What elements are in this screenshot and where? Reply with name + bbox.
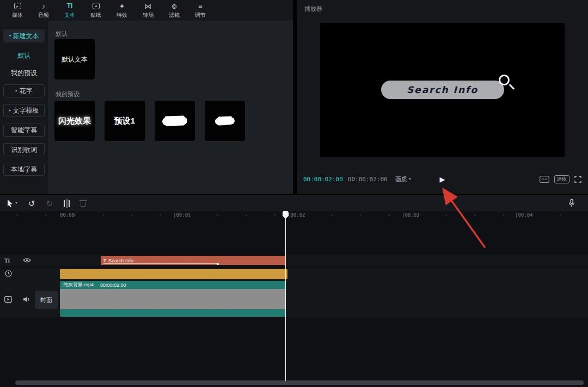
ruler-label: |00:01 [173, 212, 191, 218]
tab-adjust[interactable]: ≡ 调节 [187, 2, 213, 19]
eye-icon[interactable] [23, 257, 31, 263]
sticker-icon [93, 2, 100, 10]
sidebar-item-label: 我的预设 [11, 69, 37, 78]
clock-icon[interactable] [5, 270, 12, 277]
tile-label: 预设1 [114, 116, 135, 126]
text-animation-range [103, 263, 218, 264]
filter-icon: ⊚ [171, 2, 177, 10]
cover-button-label: 封面 [40, 296, 52, 304]
scopes-icon[interactable] [540, 176, 549, 183]
video-clip-header: 纯灰背景.mp4 00:00:02:00 [60, 281, 286, 289]
preset-tile-4[interactable] [205, 101, 245, 141]
magnifier-icon [499, 75, 512, 88]
fit-button[interactable]: 适应 [554, 175, 569, 183]
text-icon: TI [67, 2, 73, 10]
preset-tile-2[interactable]: 预设1 [105, 101, 145, 141]
tab-filter[interactable]: ⊚ 滤镜 [161, 2, 187, 19]
text-track-icon: TI [4, 256, 10, 265]
video-clip-duration: 00:00:02:00 [100, 282, 126, 288]
playhead-line[interactable] [285, 211, 286, 381]
sidebar-item-smart-captions[interactable]: 智能字幕 [3, 124, 45, 137]
text-library-panel: 默认 默认文本 我的预设 闪光效果 预设1 [48, 21, 293, 194]
split-icon[interactable] [64, 200, 70, 207]
tile-label: 默认文本 [62, 55, 88, 64]
sidebar-item-text-template[interactable]: ▸ 文字模板 [3, 104, 45, 117]
chevron-right-icon: ▸ [15, 89, 17, 93]
text-clip-label: Search Info [108, 258, 133, 263]
tab-audio[interactable]: ♪ 音频 [30, 2, 57, 19]
video-clip-thumbnail-strip [60, 289, 286, 309]
effect-clip[interactable] [60, 269, 287, 279]
chevron-down-icon: ▾ [9, 34, 11, 38]
section-title-default: 默认 [56, 30, 68, 38]
sidebar-item-label: 识别歌词 [11, 145, 37, 155]
sidebar-item-label: 默认 [17, 51, 30, 60]
tab-label: 转场 [143, 11, 154, 19]
sidebar-item-label: 花字 [20, 87, 33, 96]
player-title: 播放器 [304, 5, 322, 13]
delete-icon[interactable] [81, 202, 86, 207]
quality-dropdown[interactable]: 画质 ▾ [395, 175, 411, 183]
time-ruler: 00:00 |00:01 |00:02 |00:03 |00:04 [0, 211, 588, 219]
sidebar-item-local-subtitles[interactable]: 本地字幕 [3, 163, 45, 176]
timeline-toolbar: ▾ ↺ ↻ [0, 195, 588, 211]
video-clip-name: 纯灰背景.mp4 [63, 281, 94, 288]
tab-effects[interactable]: ✦ 特效 [109, 2, 135, 19]
sidebar-item-recognize-lyrics[interactable]: 识别歌词 [3, 143, 45, 156]
tab-transition[interactable]: ⋈ 转场 [135, 2, 161, 19]
sidebar-item-default[interactable]: 默认 [3, 49, 45, 62]
player-right-controls: 适应 [540, 173, 581, 185]
video-track-icon [4, 296, 12, 303]
keyframe-dot [63, 273, 65, 275]
preview-text: Search Info [407, 84, 478, 95]
tab-sticker[interactable]: 贴纸 [83, 2, 109, 19]
sidebar-item-label: 智能字幕 [11, 126, 37, 135]
timeline-panel: ▾ ↺ ↻ 00:00 |00:01 |00:02 |00:03 |00:04 … [0, 195, 588, 387]
select-tool[interactable]: ▾ [7, 199, 17, 207]
tab-text[interactable]: TI 文本 [57, 2, 83, 19]
effects-icon: ✦ [119, 2, 125, 10]
media-icon: ▸ [14, 2, 21, 10]
redo-icon[interactable]: ↻ [46, 199, 53, 207]
video-clip[interactable]: 纯灰背景.mp4 00:00:02:00 [60, 281, 286, 317]
video-preview: Search Info [320, 23, 565, 157]
audio-icon: ♪ [42, 2, 46, 10]
microphone-icon[interactable] [568, 199, 575, 210]
stylized-text-thumbnail [162, 116, 187, 126]
total-duration: 00:00:02:00 [348, 176, 388, 183]
section-title-my-presets: 我的预设 [56, 90, 79, 99]
ruler-label: |00:03 [402, 212, 420, 218]
tile-label: 闪光效果 [58, 116, 91, 126]
tab-media[interactable]: ▸ 媒体 [4, 2, 30, 19]
sidebar-item-my-presets[interactable]: 我的预设 [3, 66, 45, 79]
cover-button[interactable]: 封面 [35, 291, 58, 309]
preset-tile-3[interactable] [155, 101, 195, 141]
tab-label: 贴纸 [90, 11, 101, 19]
text-track-lane [0, 255, 588, 266]
video-editor-app: ▸ 媒体 ♪ 音频 TI 文本 贴纸 ✦ 特效 ⋈ 转场 ⊚ 滤镜 ≡ 调节 [0, 0, 588, 387]
preset-tile-default-text[interactable]: 默认文本 [54, 39, 95, 79]
tab-label: 滤镜 [169, 11, 180, 19]
text-sidebar: ▾ 新建文本 默认 我的预设 ▸ 花字 ▸ 文字模板 智能字幕 识别歌词 本地字… [0, 21, 48, 194]
tab-label: 特效 [117, 11, 127, 19]
tab-label: 音频 [38, 11, 49, 19]
play-button[interactable]: ▶ [440, 175, 445, 183]
undo-icon[interactable]: ↺ [28, 199, 35, 207]
preset-tile-1[interactable]: 闪光效果 [54, 101, 95, 141]
sidebar-item-label: 文字模板 [13, 106, 39, 115]
media-type-toolbar: ▸ 媒体 ♪ 音频 TI 文本 贴纸 ✦ 特效 ⋈ 转场 ⊚ 滤镜 ≡ 调节 [0, 0, 293, 21]
preview-text-overlay: Search Info [381, 81, 504, 99]
sidebar-item-new-text[interactable]: ▾ 新建文本 [3, 29, 45, 42]
tab-label: 文本 [64, 11, 75, 19]
horizontal-scrollbar[interactable] [15, 380, 584, 385]
tab-label: 媒体 [12, 11, 23, 19]
chevron-right-icon: ▸ [9, 108, 11, 113]
speaker-icon[interactable] [23, 296, 30, 303]
fullscreen-icon[interactable] [574, 176, 581, 183]
sidebar-item-label: 本地字幕 [11, 165, 37, 174]
ruler-label: |00:04 [515, 212, 533, 218]
sidebar-item-fancy-text[interactable]: ▸ 花字 [3, 84, 45, 97]
ruler-label: 00:00 [60, 212, 75, 218]
cursor-icon [7, 199, 14, 207]
chevron-down-icon: ▾ [15, 201, 17, 205]
